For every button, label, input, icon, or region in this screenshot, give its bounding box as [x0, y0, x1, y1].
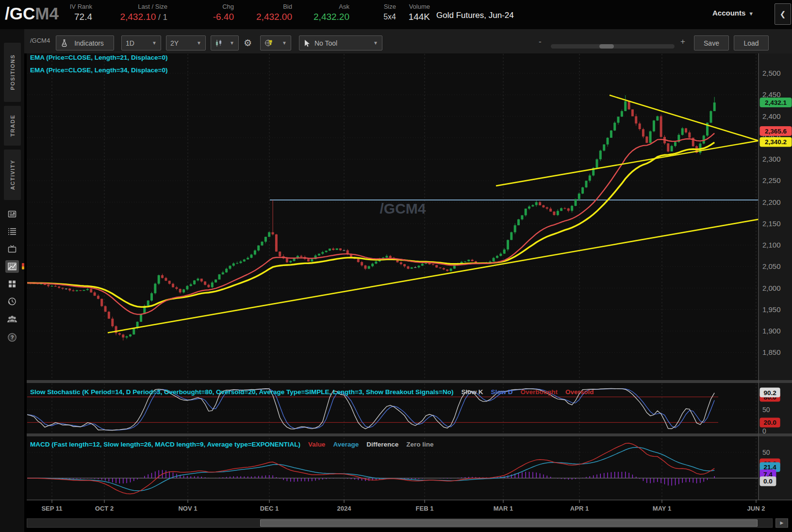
svg-text:0: 0 [762, 427, 766, 435]
quote-header: /GCM4 IV Rank 72.4 Last / Size 2,432.10 … [0, 0, 792, 29]
axis-bubble: 20.0 [760, 417, 780, 427]
left-sidebar: POSITIONS TRADE ACTIVITY ? [0, 29, 24, 532]
accounts-label: Accounts [712, 9, 745, 17]
range-dropdown[interactable]: 2Y ▼ [166, 35, 206, 50]
svg-text:2,150: 2,150 [762, 219, 781, 228]
tab-label: ACTIVITY [10, 160, 16, 190]
stoch-label: Slow Stochastic (K Period=14, D Period=3… [30, 388, 594, 396]
trading-app: /GCM4 IV Rank 72.4 Last / Size 2,432.10 … [0, 0, 792, 532]
svg-text:NOV 1: NOV 1 [178, 505, 197, 512]
candlestick-icon [215, 39, 223, 47]
load-label: Load [743, 39, 759, 47]
svg-text:0.0: 0.0 [763, 478, 773, 485]
axis-bubble: 90.2 [760, 388, 780, 398]
chart-canvas[interactable]: /GCM4EMA (Price=CLOSE, Length=21, Displa… [27, 53, 792, 517]
svg-text:FEB 1: FEB 1 [416, 505, 434, 512]
quote-field-volume: Volume 144K [333, 0, 430, 29]
svg-text:2,432.1: 2,432.1 [765, 99, 787, 106]
active-tool-label: No Tool [314, 39, 337, 47]
time-axis-labels: SEP 11OCT 2NOV 1DEC 12024FEB 1MAR 1APR 1… [41, 500, 765, 512]
svg-text:DEC 1: DEC 1 [260, 505, 279, 512]
toolbar-symbol: /GCM4 [30, 37, 50, 44]
svg-text:20.0: 20.0 [763, 419, 776, 426]
svg-text:2,340.2: 2,340.2 [765, 138, 787, 146]
svg-text:OCT 2: OCT 2 [95, 505, 114, 512]
collapse-panel-button[interactable]: ❮ [775, 3, 791, 25]
svg-text:2024: 2024 [337, 505, 352, 512]
chevron-down-icon: ▼ [230, 40, 234, 46]
plot-background [27, 53, 759, 500]
indicators-button[interactable]: Indicators [56, 35, 114, 50]
svg-text:2,500: 2,500 [762, 69, 781, 77]
svg-text:1,900: 1,900 [762, 327, 781, 335]
svg-text:50: 50 [762, 406, 770, 414]
save-button[interactable]: Save [694, 35, 729, 50]
svg-text:SEP 11: SEP 11 [41, 505, 62, 512]
chart-hscrollbar-track[interactable] [27, 518, 773, 528]
tv-icon[interactable] [5, 243, 19, 255]
chart-settings-button[interactable]: ⚙ [244, 35, 252, 50]
pane-separator [27, 380, 792, 383]
svg-text:2,000: 2,000 [762, 284, 781, 292]
chevron-down-icon: ▼ [373, 40, 378, 46]
svg-text:1,950: 1,950 [762, 305, 781, 314]
drawing-set-dropdown[interactable]: ▼ [260, 35, 291, 50]
sidebar-tab-activity[interactable]: ACTIVITY [4, 150, 21, 200]
svg-text:50: 50 [762, 449, 770, 456]
zoom-in-button[interactable]: + [680, 37, 685, 47]
active-tool-dropdown[interactable]: No Tool ▼ [299, 35, 382, 50]
axis-bubble: 2,340.2 [760, 137, 792, 147]
sidebar-tab-trade[interactable]: TRADE [4, 106, 21, 146]
drawing-tools-icon [264, 39, 273, 47]
svg-text:2,450: 2,450 [762, 90, 781, 99]
history-clock-icon[interactable] [5, 295, 19, 308]
community-icon[interactable] [5, 313, 19, 325]
svg-text:2,050: 2,050 [762, 262, 781, 270]
tab-label: TRADE [10, 115, 16, 136]
sidebar-tab-positions[interactable]: POSITIONS [4, 43, 21, 102]
svg-text:2,365.6: 2,365.6 [765, 128, 787, 135]
cursor-icon [303, 39, 310, 47]
range-value: 2Y [170, 39, 179, 47]
svg-text:90.2: 90.2 [763, 389, 776, 397]
chevron-down-icon: ▼ [282, 40, 287, 46]
chart-type-dropdown[interactable]: ▼ [211, 35, 239, 50]
svg-text:1,850: 1,850 [762, 348, 781, 356]
chart-hscrollbar-thumb[interactable] [260, 519, 758, 527]
arrow-right-icon: ▶ [780, 520, 784, 525]
chevron-down-icon: ▼ [152, 40, 157, 46]
zoom-out-button[interactable]: - [539, 37, 542, 47]
gear-icon: ⚙ [244, 37, 252, 49]
study-label: EMA (Price=CLOSE, Length=34, Displace=0) [30, 66, 167, 74]
macd-label: MACD (Fast length=12, Slow length=26, MA… [30, 441, 434, 448]
svg-text:JUN 2: JUN 2 [747, 505, 765, 512]
save-label: Save [704, 39, 719, 47]
chevron-left-icon: ❮ [780, 10, 786, 18]
beaker-icon [60, 39, 68, 47]
symbol-watermark: /GCM4 [380, 200, 426, 216]
scroll-right-button[interactable]: ▶ [776, 518, 788, 528]
zoom-slider-track[interactable] [551, 44, 675, 49]
svg-text:2,400: 2,400 [762, 112, 781, 120]
accounts-menu[interactable]: Accounts▼ [712, 9, 754, 17]
zoom-slider-thumb[interactable] [599, 44, 614, 49]
chevron-down-icon: ▼ [748, 11, 754, 17]
svg-text:2,200: 2,200 [762, 198, 781, 206]
active-module-indicator [22, 263, 24, 269]
timeframe-value: 1D [126, 39, 134, 47]
chart-icon[interactable] [5, 260, 19, 273]
timeframe-dropdown[interactable]: 1D ▼ [121, 35, 161, 50]
volume-value: 144K [333, 12, 430, 22]
svg-text:2,250: 2,250 [762, 176, 781, 184]
svg-text:MAR 1: MAR 1 [494, 505, 513, 512]
svg-text:2,300: 2,300 [762, 155, 781, 163]
svg-text:?: ? [11, 334, 14, 340]
axis-bubble: 0.0 [760, 476, 776, 486]
news-icon[interactable] [5, 208, 19, 220]
help-icon[interactable]: ? [5, 331, 19, 344]
pane-separator [27, 433, 792, 436]
watchlist-icon[interactable] [5, 225, 19, 238]
svg-text:APR 1: APR 1 [570, 505, 589, 512]
dashboard-icon[interactable] [5, 278, 19, 290]
load-button[interactable]: Load [734, 35, 769, 50]
